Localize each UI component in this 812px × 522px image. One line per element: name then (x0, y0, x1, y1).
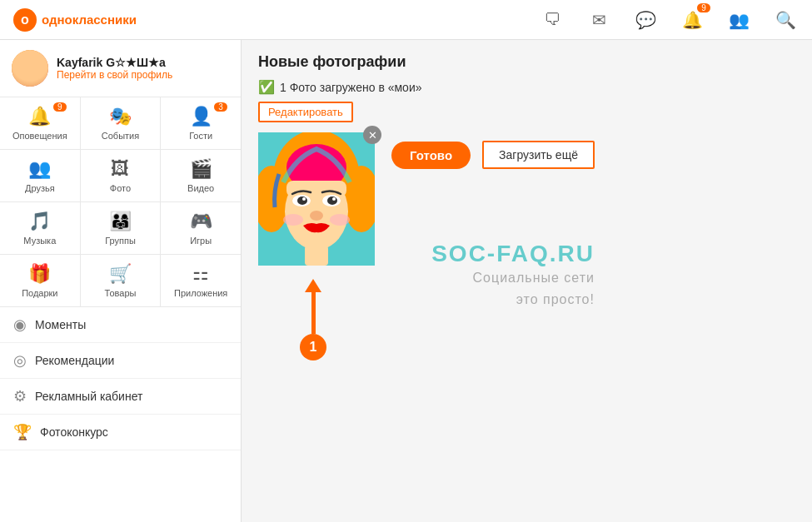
svg-rect-6 (286, 181, 346, 197)
sidebar: Kayfarik G☆★Ш★a Перейти в свой профиль 9… (0, 40, 242, 522)
edit-button[interactable]: Редактировать (258, 102, 353, 122)
grid-item-notifications[interactable]: 9 🔔 Оповещения (0, 97, 80, 149)
profile-section[interactable]: Kayfarik G☆★Ш★a Перейти в свой профиль (0, 40, 241, 97)
arrow-shaft (311, 292, 316, 334)
friends-grid-icon: 👥 (28, 158, 51, 180)
groups-grid-icon: 👨‍👩‍👧 (109, 211, 132, 232)
sidebar-item-photo-contest[interactable]: 🏆 Фотоконкурс (0, 415, 241, 450)
svg-point-12 (332, 197, 336, 201)
search-icon: 🔍 (775, 10, 796, 30)
svg-point-9 (297, 196, 307, 205)
shop-label: Товары (105, 288, 137, 298)
annotation-number-circle: 1 (300, 334, 326, 360)
groups-label: Группы (105, 236, 136, 246)
ad-cabinet-icon: ⚙ (13, 387, 27, 405)
svg-point-13 (310, 211, 323, 221)
bell-grid-icon: 🔔 (28, 106, 51, 127)
messages-nav-item[interactable]: 🗨 (539, 7, 565, 33)
friends-nav-item[interactable]: 👥 (725, 7, 752, 33)
page-title: Новые фотографии (258, 53, 795, 71)
messages-icon: 🗨 (544, 10, 560, 29)
events-grid-icon: 🎭 (109, 106, 132, 127)
games-grid-icon: 🎮 (190, 211, 212, 232)
friends-label: Друзья (25, 183, 55, 193)
mail-nav-item[interactable]: ✉ (585, 7, 612, 33)
grid-item-gifts[interactable]: 🎁 Подарки (0, 255, 80, 306)
search-nav-item[interactable]: 🔍 (772, 7, 799, 33)
apps-label: Приложения (174, 288, 227, 298)
chat-icon: 💬 (635, 10, 656, 30)
avatar (12, 50, 48, 87)
watermark: SOC-FAQ.RU Социальные сети это просто! (391, 232, 595, 318)
bell-icon: 🔔 (682, 10, 703, 30)
logo-text: одноклассники (42, 12, 137, 27)
guests-label: Гости (189, 131, 212, 141)
profile-link[interactable]: Перейти в свой профиль (57, 69, 172, 81)
photos-label: Фото (110, 183, 131, 193)
watermark-line1: Социальные сети (473, 271, 595, 285)
profile-info: Kayfarik G☆★Ш★a Перейти в свой профиль (57, 56, 172, 81)
svg-point-14 (283, 214, 303, 226)
apps-grid-icon: ⚏ (192, 263, 209, 285)
grid-item-guests[interactable]: 3 👤 Гости (161, 97, 241, 149)
grid-section-4: 🎁 Подарки 🛒 Товары ⚏ Приложения (0, 255, 241, 307)
photo-contest-label: Фотоконкурс (40, 425, 108, 439)
watermark-line2: это просто! (516, 292, 595, 306)
profile-name: Kayfarik G☆★Ш★a (57, 56, 172, 69)
close-photo-button[interactable]: ✕ (363, 126, 381, 144)
grid-item-apps[interactable]: ⚏ Приложения (161, 255, 241, 306)
guests-grid-icon: 👤 (190, 106, 212, 127)
music-grid-icon: 🎵 (28, 211, 51, 232)
header-nav: 🗨 ✉ 💬 🔔 9 👥 🔍 (539, 7, 799, 33)
annotation-area: 1 (258, 279, 375, 362)
notifications-label: Оповещения (12, 131, 67, 141)
header: о одноклассники 🗨 ✉ 💬 🔔 9 👥 🔍 (0, 0, 812, 40)
success-text: 1 Фото загружено в «мои» (280, 81, 422, 94)
photo-contest-icon: 🏆 (13, 423, 32, 441)
logo[interactable]: о одноклассники (13, 8, 137, 32)
ad-cabinet-label: Рекламный кабинет (35, 390, 142, 403)
notifications-grid-badge: 9 (53, 102, 67, 112)
grid-item-friends[interactable]: 👥 Друзья (0, 150, 80, 201)
friends-icon: 👥 (729, 10, 750, 30)
svg-point-10 (327, 196, 337, 205)
avatar-face (12, 50, 48, 87)
grid-item-events[interactable]: 🎭 События (81, 97, 161, 149)
mail-icon: ✉ (592, 10, 606, 30)
action-row: Готово Загрузить ещё (391, 141, 595, 169)
gifts-grid-icon: 🎁 (28, 263, 51, 285)
sidebar-item-moments[interactable]: ◉ Моменты (0, 307, 241, 343)
grid-item-photos[interactable]: 🖼 Фото (81, 150, 161, 201)
moments-icon: ◉ (13, 316, 27, 334)
photo-thumbnail (258, 132, 375, 266)
chat-nav-item[interactable]: 💬 (632, 7, 659, 33)
svg-point-15 (330, 214, 350, 226)
logo-icon: о (13, 8, 37, 32)
grid-item-games[interactable]: 🎮 Игры (161, 202, 241, 254)
games-label: Игры (190, 236, 212, 246)
shop-grid-icon: 🛒 (109, 263, 132, 285)
grid-item-groups[interactable]: 👨‍👩‍👧 Группы (81, 202, 161, 254)
success-row: ✅ 1 Фото загружено в «мои» (258, 79, 795, 95)
svg-point-11 (302, 197, 306, 201)
main-layout: Kayfarik G☆★Ш★a Перейти в свой профиль 9… (0, 40, 812, 522)
recommendations-label: Рекомендации (35, 354, 114, 367)
moments-label: Моменты (35, 318, 86, 331)
upload-more-button[interactable]: Загрузить ещё (482, 141, 595, 169)
grid-item-shop[interactable]: 🛒 Товары (81, 255, 161, 306)
grid-item-video[interactable]: 🎬 Видео (161, 150, 241, 201)
gifts-label: Подарки (22, 288, 57, 298)
svg-rect-16 (305, 246, 328, 266)
watermark-title: SOC-FAQ.RU (391, 241, 595, 267)
video-label: Видео (187, 183, 214, 193)
notifications-badge: 9 (697, 3, 710, 12)
music-label: Музыка (23, 236, 56, 246)
photos-grid-icon: 🖼 (111, 158, 129, 180)
sidebar-item-ad-cabinet[interactable]: ⚙ Рекламный кабинет (0, 379, 241, 415)
done-button[interactable]: Готово (391, 142, 471, 169)
arrow-annotation: 1 (300, 279, 326, 360)
notifications-nav-item[interactable]: 🔔 9 (679, 7, 705, 33)
watermark-subtitle: Социальные сети это просто! (391, 267, 595, 310)
grid-item-music[interactable]: 🎵 Музыка (0, 202, 80, 254)
sidebar-item-recommendations[interactable]: ◎ Рекомендации (0, 343, 241, 379)
